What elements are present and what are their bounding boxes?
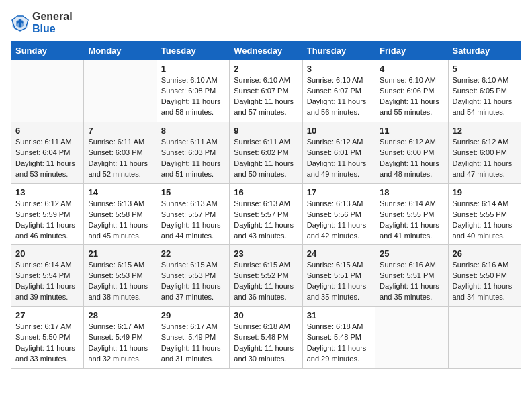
- daylight: Daylight: 11 hours and 45 minutes.: [88, 221, 148, 240]
- sunrise: Sunrise: 6:18 AM: [307, 322, 363, 330]
- sunset: Sunset: 5:56 PM: [307, 210, 361, 218]
- sunset: Sunset: 6:08 PM: [161, 87, 216, 95]
- calendar-cell: 21Sunrise: 6:15 AMSunset: 5:53 PMDayligh…: [84, 245, 157, 307]
- sunrise: Sunrise: 6:15 AM: [161, 261, 218, 269]
- daylight: Daylight: 11 hours and 32 minutes.: [88, 344, 148, 363]
- sunset: Sunset: 5:53 PM: [88, 271, 142, 279]
- calendar-cell: 4Sunrise: 6:10 AMSunset: 6:06 PMDaylight…: [375, 60, 448, 122]
- calendar-cell: [11, 60, 84, 122]
- cell-content: Sunrise: 6:13 AMSunset: 5:56 PMDaylight:…: [307, 199, 371, 242]
- logo-text-block: General Blue: [32, 11, 73, 34]
- sunrise: Sunrise: 6:17 AM: [88, 322, 144, 330]
- sunrise: Sunrise: 6:17 AM: [161, 322, 218, 330]
- calendar-cell: 14Sunrise: 6:13 AMSunset: 5:58 PMDayligh…: [84, 183, 157, 245]
- cell-content: Sunrise: 6:15 AMSunset: 5:53 PMDaylight:…: [161, 260, 225, 303]
- weekday-header-thursday: Thursday: [302, 42, 375, 60]
- sunrise: Sunrise: 6:14 AM: [453, 199, 509, 208]
- cell-content: Sunrise: 6:15 AMSunset: 5:53 PMDaylight:…: [88, 260, 152, 303]
- sunset: Sunset: 5:54 PM: [15, 271, 70, 279]
- sunrise: Sunrise: 6:16 AM: [380, 261, 436, 269]
- daylight: Daylight: 11 hours and 34 minutes.: [453, 282, 513, 301]
- sunrise: Sunrise: 6:14 AM: [380, 199, 436, 208]
- calendar-cell: 28Sunrise: 6:17 AMSunset: 5:49 PMDayligh…: [84, 307, 157, 369]
- day-number: 26: [453, 248, 517, 259]
- daylight: Daylight: 11 hours and 43 minutes.: [234, 221, 294, 240]
- sunset: Sunset: 5:59 PM: [15, 210, 70, 218]
- daylight: Daylight: 11 hours and 31 minutes.: [161, 344, 221, 363]
- daylight: Daylight: 11 hours and 37 minutes.: [161, 282, 221, 301]
- calendar-cell: 29Sunrise: 6:17 AMSunset: 5:49 PMDayligh…: [157, 307, 229, 369]
- day-number: 17: [307, 187, 371, 197]
- cell-content: Sunrise: 6:12 AMSunset: 6:01 PMDaylight:…: [307, 137, 371, 180]
- daylight: Daylight: 11 hours and 35 minutes.: [380, 282, 439, 301]
- calendar-cell: 27Sunrise: 6:17 AMSunset: 5:50 PMDayligh…: [11, 307, 84, 369]
- calendar-cell: 9Sunrise: 6:11 AMSunset: 6:02 PMDaylight…: [230, 122, 302, 183]
- sunset: Sunset: 6:02 PM: [234, 148, 288, 156]
- day-number: 12: [453, 126, 517, 136]
- cell-content: Sunrise: 6:14 AMSunset: 5:54 PMDaylight:…: [15, 260, 79, 303]
- cell-content: Sunrise: 6:17 AMSunset: 5:50 PMDaylight:…: [15, 322, 79, 365]
- sunrise: Sunrise: 6:13 AM: [307, 199, 363, 208]
- day-number: 13: [15, 187, 79, 197]
- day-number: 1: [161, 64, 225, 74]
- daylight: Daylight: 11 hours and 50 minutes.: [234, 159, 294, 178]
- sunrise: Sunrise: 6:18 AM: [234, 322, 290, 330]
- sunset: Sunset: 5:51 PM: [380, 271, 434, 279]
- calendar-cell: 13Sunrise: 6:12 AMSunset: 5:59 PMDayligh…: [11, 183, 84, 245]
- sunset: Sunset: 6:07 PM: [234, 87, 288, 95]
- cell-content: Sunrise: 6:18 AMSunset: 5:48 PMDaylight:…: [307, 322, 371, 365]
- page-header: General Blue: [11, 11, 521, 34]
- cell-content: Sunrise: 6:12 AMSunset: 6:00 PMDaylight:…: [380, 137, 443, 180]
- day-number: 7: [88, 126, 152, 136]
- day-number: 30: [234, 310, 298, 320]
- day-number: 2: [234, 64, 298, 74]
- calendar-cell: 7Sunrise: 6:11 AMSunset: 6:03 PMDaylight…: [84, 122, 157, 183]
- cell-content: Sunrise: 6:18 AMSunset: 5:48 PMDaylight:…: [234, 322, 298, 365]
- day-number: 9: [234, 126, 298, 136]
- sunset: Sunset: 5:49 PM: [88, 333, 142, 341]
- day-number: 18: [380, 187, 443, 197]
- sunset: Sunset: 5:52 PM: [234, 271, 288, 279]
- sunset: Sunset: 5:57 PM: [234, 210, 288, 218]
- calendar-cell: [84, 60, 157, 122]
- day-number: 23: [234, 248, 298, 259]
- daylight: Daylight: 11 hours and 52 minutes.: [88, 159, 148, 178]
- logo-icon: [11, 13, 30, 32]
- daylight: Daylight: 11 hours and 39 minutes.: [15, 282, 75, 301]
- sunset: Sunset: 5:53 PM: [161, 271, 216, 279]
- cell-content: Sunrise: 6:10 AMSunset: 6:05 PMDaylight:…: [453, 75, 517, 118]
- day-number: 25: [380, 248, 443, 259]
- calendar-table: SundayMondayTuesdayWednesdayThursdayFrid…: [11, 41, 521, 369]
- cell-content: Sunrise: 6:14 AMSunset: 5:55 PMDaylight:…: [453, 199, 517, 242]
- daylight: Daylight: 11 hours and 30 minutes.: [234, 344, 294, 363]
- sunset: Sunset: 6:05 PM: [453, 87, 507, 95]
- day-number: 11: [380, 126, 443, 136]
- calendar-cell: 24Sunrise: 6:15 AMSunset: 5:51 PMDayligh…: [302, 245, 375, 307]
- calendar-header: SundayMondayTuesdayWednesdayThursdayFrid…: [11, 42, 521, 60]
- weekday-header-wednesday: Wednesday: [230, 42, 302, 60]
- calendar-cell: 23Sunrise: 6:15 AMSunset: 5:52 PMDayligh…: [230, 245, 302, 307]
- daylight: Daylight: 11 hours and 38 minutes.: [88, 282, 148, 301]
- calendar-cell: 25Sunrise: 6:16 AMSunset: 5:51 PMDayligh…: [375, 245, 448, 307]
- calendar-cell: 8Sunrise: 6:11 AMSunset: 6:03 PMDaylight…: [157, 122, 229, 183]
- sunrise: Sunrise: 6:10 AM: [234, 76, 290, 84]
- calendar-cell: 3Sunrise: 6:10 AMSunset: 6:07 PMDaylight…: [302, 60, 375, 122]
- cell-content: Sunrise: 6:13 AMSunset: 5:58 PMDaylight:…: [88, 199, 152, 242]
- calendar-week-2: 6Sunrise: 6:11 AMSunset: 6:04 PMDaylight…: [11, 122, 521, 183]
- calendar-cell: 12Sunrise: 6:12 AMSunset: 6:00 PMDayligh…: [448, 122, 521, 183]
- calendar-cell: 26Sunrise: 6:16 AMSunset: 5:50 PMDayligh…: [448, 245, 521, 307]
- cell-content: Sunrise: 6:13 AMSunset: 5:57 PMDaylight:…: [234, 199, 298, 242]
- calendar-cell: 2Sunrise: 6:10 AMSunset: 6:07 PMDaylight…: [230, 60, 302, 122]
- daylight: Daylight: 11 hours and 57 minutes.: [234, 97, 294, 116]
- sunrise: Sunrise: 6:12 AM: [15, 199, 72, 208]
- calendar-cell: 6Sunrise: 6:11 AMSunset: 6:04 PMDaylight…: [11, 122, 84, 183]
- cell-content: Sunrise: 6:15 AMSunset: 5:51 PMDaylight:…: [307, 260, 371, 303]
- sunrise: Sunrise: 6:10 AM: [307, 76, 363, 84]
- daylight: Daylight: 11 hours and 36 minutes.: [234, 282, 294, 301]
- weekday-header-friday: Friday: [375, 42, 448, 60]
- daylight: Daylight: 11 hours and 58 minutes.: [161, 97, 221, 116]
- calendar-cell: 11Sunrise: 6:12 AMSunset: 6:00 PMDayligh…: [375, 122, 448, 183]
- calendar-week-4: 20Sunrise: 6:14 AMSunset: 5:54 PMDayligh…: [11, 245, 521, 307]
- daylight: Daylight: 11 hours and 42 minutes.: [307, 221, 367, 240]
- logo-blue: Blue: [32, 23, 56, 34]
